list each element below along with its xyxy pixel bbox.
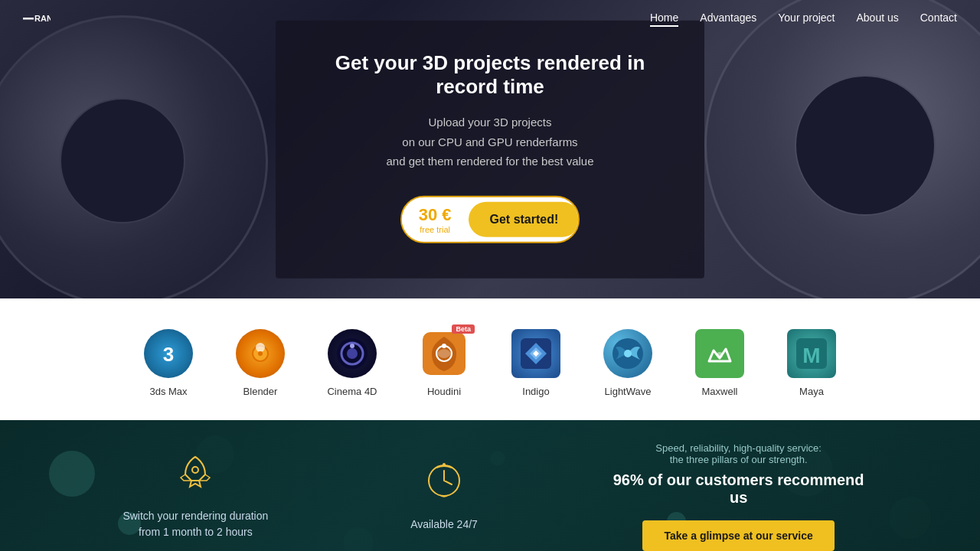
icon-3dsmax: 3 bbox=[144, 329, 193, 378]
logo[interactable]: RANCH+ bbox=[23, 11, 51, 28]
rocket-icon bbox=[176, 453, 214, 499]
nav-your-project[interactable]: Your project bbox=[778, 11, 835, 27]
cta-price-label: free trial bbox=[419, 224, 452, 233]
svg-point-5 bbox=[258, 351, 263, 356]
software-label-cinema4d: Cinema 4D bbox=[327, 386, 377, 397]
bottom-section: Switch your rendering duration from 1 mo… bbox=[0, 420, 980, 551]
svg-text:M: M bbox=[802, 344, 820, 367]
beta-badge: Beta bbox=[452, 324, 475, 334]
gear-decoration-right bbox=[704, 0, 980, 298]
cta-price-amount: 30 € bbox=[419, 204, 452, 223]
get-started-button[interactable]: Get started! bbox=[469, 201, 580, 236]
hero-subtitle: Upload your 3D projects on our CPU and G… bbox=[314, 112, 666, 171]
bottom-feature-availability-text: Available 24/7 bbox=[410, 517, 478, 533]
testimonial-top: Speed, reliability, high-quality service… bbox=[609, 442, 869, 465]
main-nav: Home Advantages Your project About us Co… bbox=[650, 11, 957, 27]
software-label-houdini: Houdini bbox=[427, 386, 461, 397]
nav-contact[interactable]: Contact bbox=[920, 11, 957, 27]
software-label-blender: Blender bbox=[243, 386, 278, 397]
svg-point-20 bbox=[717, 352, 723, 358]
bottom-feature-availability: Available 24/7 bbox=[410, 461, 478, 533]
icon-indigo bbox=[511, 329, 560, 378]
icon-cinema4d bbox=[328, 329, 377, 378]
software-item-lightwave[interactable]: LightWave bbox=[582, 321, 674, 405]
software-item-blender[interactable]: Blender bbox=[214, 321, 306, 405]
bottom-testimonial: Speed, reliability, high-quality service… bbox=[609, 442, 869, 551]
svg-point-9 bbox=[350, 344, 354, 348]
nav-advantages[interactable]: Advantages bbox=[700, 11, 756, 27]
icon-maya: M bbox=[787, 329, 836, 378]
software-item-indigo[interactable]: Indigo bbox=[490, 321, 582, 405]
site-header: RANCH+ Home Advantages Your project Abou… bbox=[0, 0, 980, 38]
software-strip: 3 3ds Max Blender Cinema 4D bbox=[0, 298, 980, 420]
svg-point-25 bbox=[443, 463, 446, 466]
hero-title: Get your 3D projects rendered in record … bbox=[314, 51, 666, 99]
software-item-cinema4d[interactable]: Cinema 4D bbox=[306, 321, 398, 405]
logo-icon: RANCH+ bbox=[23, 11, 51, 28]
clock-icon bbox=[425, 461, 463, 507]
hero-content-box: Get your 3D projects rendered in record … bbox=[276, 21, 704, 279]
svg-point-18 bbox=[624, 350, 632, 357]
software-label-maya: Maya bbox=[799, 386, 824, 397]
bottom-feature-speed-text: Switch your rendering duration from 1 mo… bbox=[111, 508, 279, 540]
bottom-feature-speed: Switch your rendering duration from 1 mo… bbox=[111, 453, 279, 540]
svg-point-12 bbox=[442, 344, 446, 348]
software-item-houdini[interactable]: Beta Houdini bbox=[398, 321, 490, 405]
icon-maxwell bbox=[695, 329, 744, 378]
icon-blender bbox=[236, 329, 285, 378]
software-item-3dsmax[interactable]: 3 3ds Max bbox=[122, 321, 214, 405]
svg-text:3: 3 bbox=[163, 343, 174, 366]
svg-point-23 bbox=[192, 467, 198, 473]
software-label-3dsmax: 3ds Max bbox=[149, 386, 187, 397]
software-label-indigo: Indigo bbox=[522, 386, 549, 397]
nav-home[interactable]: Home bbox=[650, 11, 678, 27]
nav-about-us[interactable]: About us bbox=[856, 11, 898, 27]
svg-rect-0 bbox=[23, 18, 34, 20]
cta-price-block: 30 € free trial bbox=[402, 197, 469, 241]
svg-point-4 bbox=[256, 343, 265, 352]
software-item-maya[interactable]: M Maya bbox=[766, 321, 858, 405]
software-label-lightwave: LightWave bbox=[605, 386, 652, 397]
software-label-maxwell: Maxwell bbox=[702, 386, 738, 397]
glimpse-button[interactable]: Take a glimpse at our service bbox=[642, 520, 834, 551]
hero-section: Get your 3D projects rendered in record … bbox=[0, 0, 980, 298]
cta-group: 30 € free trial Get started! bbox=[400, 195, 580, 243]
svg-text:RANCH+: RANCH+ bbox=[34, 14, 51, 23]
icon-lightwave bbox=[603, 329, 652, 378]
svg-point-8 bbox=[347, 348, 358, 359]
icon-houdini: Beta bbox=[420, 329, 469, 378]
testimonial-highlight: 96% of our customers recommend us bbox=[609, 471, 869, 507]
software-item-maxwell[interactable]: Maxwell bbox=[674, 321, 766, 405]
